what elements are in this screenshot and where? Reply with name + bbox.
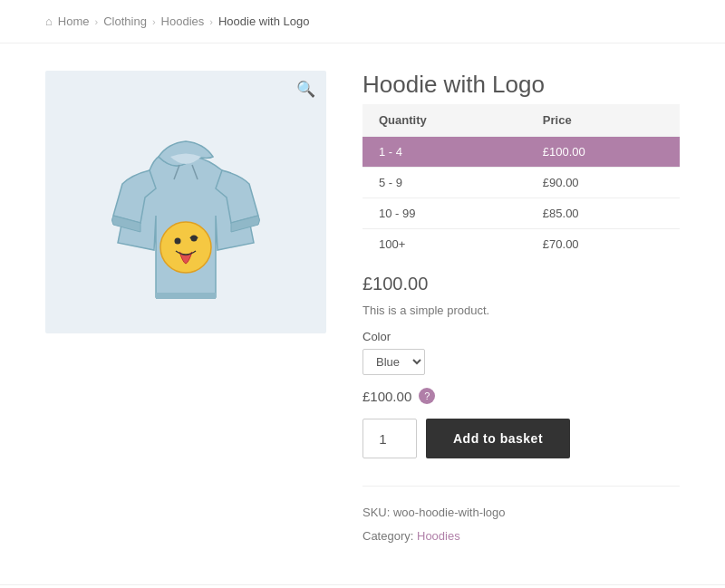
pricing-table-row: 10 - 99£85.00 [362,198,680,229]
product-details: Hoodie with Logo Quantity Price 1 - 4£10… [362,71,680,548]
category-label: Category: [362,529,413,543]
breadcrumb: ⌂ Home › Clothing › Hoodies › Hoodie wit… [0,0,725,43]
pricing-row-range: 10 - 99 [362,198,527,229]
home-icon: ⌂ [45,14,53,28]
pricing-row-price: £90.00 [527,168,680,198]
sku-row: SKU: woo-hoodie-with-logo [362,501,680,525]
pricing-col-quantity: Quantity [362,104,527,137]
color-select[interactable]: Blue [362,349,425,375]
pricing-row-range: 1 - 4 [362,137,527,168]
breadcrumb-clothing[interactable]: Clothing [103,14,147,28]
color-label: Color [362,330,680,343]
product-page: 🔍 [0,43,725,584]
category-link[interactable]: Hoodies [417,529,460,543]
breadcrumb-home[interactable]: Home [58,14,90,28]
sku-label: SKU: [362,506,390,519]
add-to-basket-button[interactable]: Add to basket [426,419,570,458]
description-section: Description Description [0,584,725,588]
breadcrumb-sep-3: › [209,16,213,27]
svg-point-0 [160,222,211,273]
product-image-container: 🔍 [45,71,326,333]
help-icon[interactable]: ? [419,388,435,404]
svg-point-1 [175,238,181,245]
pricing-table-row: 1 - 4£100.00 [362,137,680,168]
category-row: Category: Hoodies [362,525,680,548]
pricing-row-range: 100+ [362,229,527,260]
pricing-row-price: £70.00 [527,229,680,260]
sub-price-row: £100.00 ? [362,388,680,404]
zoom-icon[interactable]: 🔍 [296,80,315,99]
sub-price-value: £100.00 [362,389,411,404]
breadcrumb-current: Hoodie with Logo [218,14,309,28]
pricing-row-price: £100.00 [527,137,680,168]
product-title: Hoodie with Logo [362,71,680,99]
product-short-description: This is a simple product. [362,304,680,317]
pricing-row-price: £85.00 [527,198,680,229]
pricing-table-row: 5 - 9£90.00 [362,168,680,198]
breadcrumb-sep-1: › [95,16,99,27]
product-image [100,98,272,306]
product-price-main: £100.00 [362,274,680,294]
product-meta: SKU: woo-hoodie-with-logo Category: Hood… [362,486,680,548]
pricing-row-range: 5 - 9 [362,168,527,198]
pricing-table: Quantity Price 1 - 4£100.005 - 9£90.0010… [362,104,680,259]
sku-value: woo-hoodie-with-logo [393,506,506,519]
quantity-input[interactable] [362,419,417,458]
pricing-col-price: Price [527,104,680,137]
purchase-row: Add to basket [362,419,680,458]
breadcrumb-hoodies[interactable]: Hoodies [161,14,205,28]
breadcrumb-sep-2: › [152,16,156,27]
pricing-table-row: 100+£70.00 [362,229,680,260]
